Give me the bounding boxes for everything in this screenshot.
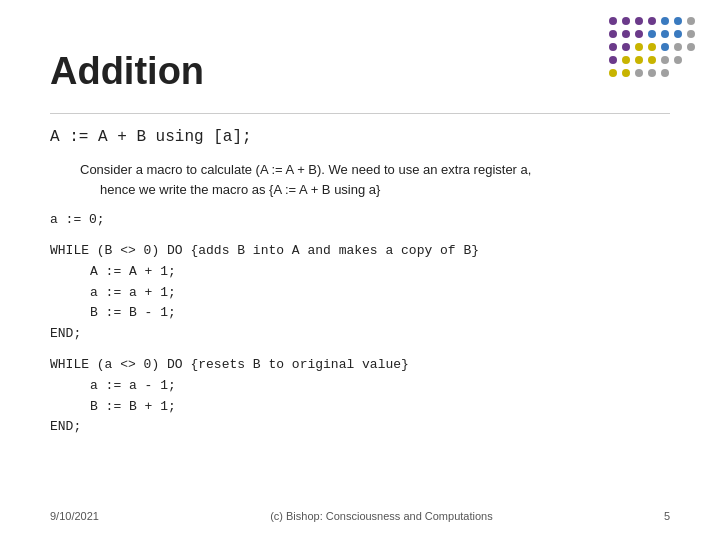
paragraph1: Consider a macro to calculate (A := A + …: [80, 160, 670, 200]
while2-line2: B := B + 1;: [90, 397, 670, 418]
title-divider: [50, 113, 670, 114]
while2-block: WHILE (a <> 0) DO {resets B to original …: [50, 355, 670, 438]
footer-page: 5: [664, 510, 670, 522]
while2-line1: a := a - 1;: [90, 376, 670, 397]
dot-grid-decoration: [600, 8, 700, 88]
end1: END;: [50, 324, 670, 345]
footer-date: 9/10/2021: [50, 510, 99, 522]
slide-title: Addition: [50, 50, 670, 93]
slide: Addition A := A + B using [a]; Consider …: [0, 0, 720, 540]
while1-line2: a := a + 1;: [90, 283, 670, 304]
while1-header: WHILE (B <> 0) DO {adds B into A and mak…: [50, 241, 670, 262]
code-line-a: a := 0;: [50, 210, 670, 231]
footer-center: (c) Bishop: Consciousness and Computatio…: [270, 510, 493, 522]
while1-line1: A := A + 1;: [90, 262, 670, 283]
while1-block: WHILE (B <> 0) DO {adds B into A and mak…: [50, 241, 670, 345]
while2-header: WHILE (a <> 0) DO {resets B to original …: [50, 355, 670, 376]
while1-line3: B := B - 1;: [90, 303, 670, 324]
end2: END;: [50, 417, 670, 438]
subtitle-line: A := A + B using [a];: [50, 128, 670, 146]
slide-footer: 9/10/2021 (c) Bishop: Consciousness and …: [0, 510, 720, 522]
